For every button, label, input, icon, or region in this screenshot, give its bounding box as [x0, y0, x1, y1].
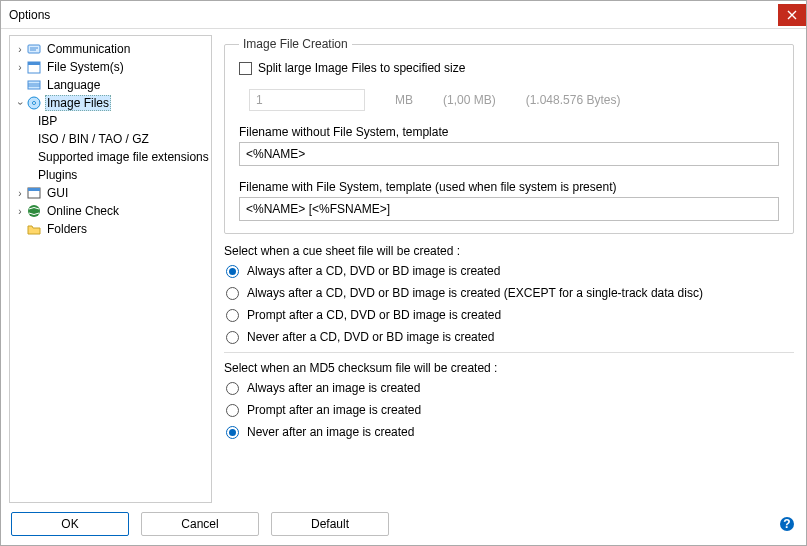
md5-option-prompt[interactable]: Prompt after an image is created [226, 403, 794, 417]
tree-item-extensions[interactable]: Supported image file extensions [10, 148, 212, 166]
md5-option-never[interactable]: Never after an image is created [226, 425, 794, 439]
cue-option-never[interactable]: Never after a CD, DVD or BD image is cre… [226, 330, 794, 344]
close-icon [787, 10, 797, 20]
tree-item-plugins[interactable]: Plugins [10, 166, 212, 184]
language-icon [26, 77, 42, 93]
cue-option-prompt[interactable]: Prompt after a CD, DVD or BD image is cr… [226, 308, 794, 322]
radio-icon[interactable] [226, 404, 239, 417]
dialog-footer: OK Cancel Default ? [1, 503, 806, 545]
help-icon: ? [779, 516, 795, 532]
disc-icon [26, 95, 42, 111]
cue-option-always[interactable]: Always after a CD, DVD or BD image is cr… [226, 264, 794, 278]
filename-nofs-label: Filename without File System, template [239, 125, 779, 139]
chevron-right-icon[interactable]: › [14, 206, 26, 217]
chevron-right-icon[interactable]: › [14, 44, 26, 55]
tree-item-ibp[interactable]: IBP [10, 112, 212, 130]
split-label: Split large Image Files to specified siz… [258, 61, 465, 75]
split-hint-bytes: (1.048.576 Bytes) [526, 93, 621, 107]
tree-item-language[interactable]: Language [10, 76, 212, 94]
folder-icon [26, 221, 42, 237]
svg-point-5 [33, 102, 36, 105]
filename-fs-input[interactable] [239, 197, 779, 221]
svg-rect-2 [28, 62, 40, 65]
divider [224, 352, 794, 353]
radio-icon[interactable] [226, 426, 239, 439]
svg-rect-7 [28, 188, 40, 191]
svg-rect-3 [28, 81, 40, 89]
tree-item-gui[interactable]: › GUI [10, 184, 212, 202]
calendar-icon [26, 59, 42, 75]
cancel-button[interactable]: Cancel [141, 512, 259, 536]
md5-heading: Select when an MD5 checksum file will be… [224, 361, 794, 375]
radio-icon[interactable] [226, 265, 239, 278]
tree-item-online-check[interactable]: › Online Check [10, 202, 212, 220]
tree-item-communication[interactable]: › Communication [10, 40, 212, 58]
radio-icon[interactable] [226, 287, 239, 300]
settings-content: Image File Creation Split large Image Fi… [220, 35, 798, 503]
split-size-input [249, 89, 365, 111]
svg-rect-0 [28, 45, 40, 53]
split-hint-mb: (1,00 MB) [443, 93, 496, 107]
md5-option-always[interactable]: Always after an image is created [226, 381, 794, 395]
tree-item-image-files[interactable]: › Image Files [10, 94, 212, 112]
default-button[interactable]: Default [271, 512, 389, 536]
cue-option-except-single[interactable]: Always after a CD, DVD or BD image is cr… [226, 286, 794, 300]
group-legend: Image File Creation [239, 37, 352, 51]
cue-heading: Select when a cue sheet file will be cre… [224, 244, 794, 258]
chevron-right-icon[interactable]: › [14, 62, 26, 73]
chevron-down-icon[interactable]: › [15, 97, 26, 109]
filename-fs-label: Filename with File System, template (use… [239, 180, 779, 194]
globe-icon [26, 203, 42, 219]
split-checkbox[interactable] [239, 62, 252, 75]
split-size-row: MB (1,00 MB) (1.048.576 Bytes) [249, 89, 779, 111]
svg-point-8 [28, 205, 40, 217]
window-title: Options [9, 8, 778, 22]
titlebar: Options [1, 1, 806, 29]
category-tree[interactable]: › Communication › File System(s) Languag… [9, 35, 212, 503]
split-unit: MB [395, 93, 413, 107]
filename-nofs-input[interactable] [239, 142, 779, 166]
radio-icon[interactable] [226, 309, 239, 322]
communication-icon [26, 41, 42, 57]
svg-text:?: ? [783, 517, 790, 531]
radio-icon[interactable] [226, 331, 239, 344]
chevron-right-icon[interactable]: › [14, 188, 26, 199]
options-dialog: Options › Communication › File System(s) [0, 0, 807, 546]
tree-item-folders[interactable]: Folders [10, 220, 212, 238]
radio-icon[interactable] [226, 382, 239, 395]
image-file-creation-group: Image File Creation Split large Image Fi… [224, 37, 794, 234]
tree-item-file-systems[interactable]: › File System(s) [10, 58, 212, 76]
tree-item-iso-bin[interactable]: ISO / BIN / TAO / GZ [10, 130, 212, 148]
close-button[interactable] [778, 4, 806, 26]
window-icon [26, 185, 42, 201]
ok-button[interactable]: OK [11, 512, 129, 536]
help-button[interactable]: ? [778, 515, 796, 533]
split-checkbox-row[interactable]: Split large Image Files to specified siz… [239, 61, 779, 75]
